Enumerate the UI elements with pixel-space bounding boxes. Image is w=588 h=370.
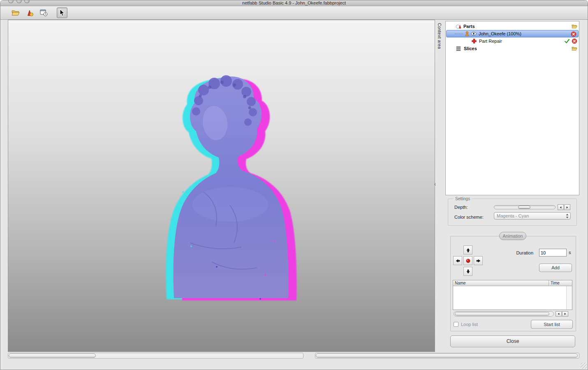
tree-row-part-selected[interactable]: John_Okeefe (100%) <box>446 30 579 37</box>
open-folder-icon <box>12 9 20 17</box>
panel-collapse-handle[interactable]: ‹ <box>434 181 436 187</box>
arrow-up-icon <box>465 247 471 253</box>
arrow-down-icon <box>465 269 471 274</box>
open-folder-icon[interactable] <box>572 23 577 29</box>
rotate-left-button[interactable] <box>453 256 462 265</box>
part-label: John_Okeefe (100%) <box>479 31 521 36</box>
anaglyph-model <box>142 69 315 307</box>
slices-icon <box>456 46 461 51</box>
parts-icon <box>456 23 461 29</box>
record-button[interactable] <box>463 256 472 265</box>
animation-list-header: Name Time <box>453 280 572 286</box>
tree-row-parts[interactable]: Parts <box>446 23 579 30</box>
stepper-icon <box>565 213 569 219</box>
window-resize-grip[interactable] <box>581 363 587 369</box>
repair-cross-icon <box>471 38 477 44</box>
app-window: netfabb Studio Basic 4.9 - John_Okeefe.f… <box>0 0 588 370</box>
tree-row-slices[interactable]: Slices <box>446 45 579 52</box>
rotate-up-button[interactable] <box>463 245 472 254</box>
column-time: Time <box>549 280 572 286</box>
column-name: Name <box>453 280 549 286</box>
part-repair-label: Part Repair <box>479 39 502 44</box>
visibility-eye-icon[interactable] <box>471 31 477 37</box>
toolbar <box>0 6 588 20</box>
tree-row-part-repair[interactable]: Part Repair <box>446 37 579 45</box>
rotate-right-button[interactable] <box>474 256 483 265</box>
animation-list-body[interactable] <box>453 286 572 310</box>
color-scheme-value: Magenta - Cyan <box>497 213 529 218</box>
open-folder-icon[interactable] <box>572 46 577 51</box>
triangle-right-icon <box>566 206 569 209</box>
project-window-icon <box>39 9 48 17</box>
slices-label: Slices <box>464 46 477 51</box>
remove-repair-icon[interactable] <box>572 38 577 44</box>
hscroll-left-button[interactable] <box>556 311 562 317</box>
add-parts-button[interactable] <box>24 7 35 18</box>
remove-part-icon[interactable] <box>571 31 576 37</box>
add-parts-icon <box>25 9 34 17</box>
arrow-left-icon <box>455 258 461 264</box>
animation-list-hscroll-thumb[interactable] <box>455 312 549 316</box>
animation-list-vscrollbar[interactable] <box>566 286 572 310</box>
triangle-left-icon <box>557 312 560 315</box>
select-tool-button[interactable] <box>57 7 67 18</box>
triangle-right-icon <box>564 312 567 315</box>
part-icon <box>464 31 470 37</box>
record-icon <box>465 258 471 264</box>
loop-list-label: Loop list <box>461 322 478 327</box>
color-scheme-label: Color scheme: <box>454 215 484 220</box>
depth-slider-thumb[interactable] <box>518 206 530 209</box>
apply-check-icon[interactable] <box>564 38 570 44</box>
add-button[interactable]: Add <box>539 264 572 272</box>
start-list-button[interactable]: Start list <box>531 320 573 329</box>
loop-list-checkbox[interactable] <box>454 322 458 327</box>
color-scheme-select[interactable]: Magenta - Cyan <box>494 212 571 220</box>
tree-connector <box>455 34 463 34</box>
animation-button[interactable]: Animation <box>499 232 526 240</box>
context-area-label: Context area <box>437 23 442 49</box>
open-project-button[interactable] <box>10 7 21 18</box>
panel-hscrollbar[interactable] <box>315 353 579 358</box>
viewport-3d[interactable] <box>8 20 435 352</box>
animation-list: Name Time <box>453 280 572 310</box>
viewport-hscrollbar[interactable] <box>8 353 303 358</box>
depth-decrease-button[interactable] <box>558 204 564 210</box>
duration-label: Duration <box>509 250 533 255</box>
duration-input[interactable] <box>539 249 567 257</box>
arrow-right-icon <box>476 258 481 264</box>
animation-list-hscrollbar[interactable] <box>454 311 554 317</box>
settings-title: Settings <box>454 197 472 201</box>
viewport-hscroll-thumb[interactable] <box>9 354 96 358</box>
window-title: netfabb Studio Basic 4.9 - John_Okeefe.f… <box>0 0 588 6</box>
rotate-down-button[interactable] <box>463 267 472 276</box>
duration-unit: s <box>569 250 571 255</box>
depth-slider[interactable] <box>494 205 556 209</box>
triangle-left-icon <box>559 206 562 209</box>
panel-hscroll-thumb[interactable] <box>316 354 578 358</box>
hscroll-right-button[interactable] <box>562 311 568 317</box>
parts-tree: Parts John_Okeefe (100%) Part Repair Sl <box>445 21 579 195</box>
parts-label: Parts <box>463 24 475 29</box>
project-window-button[interactable] <box>38 7 49 18</box>
depth-label: Depth: <box>454 205 468 210</box>
depth-increase-button[interactable] <box>564 204 570 210</box>
close-button[interactable]: Close <box>450 335 575 347</box>
titlebar: netfabb Studio Basic 4.9 - John_Okeefe.f… <box>0 0 588 6</box>
cursor-tool-icon <box>58 9 66 17</box>
